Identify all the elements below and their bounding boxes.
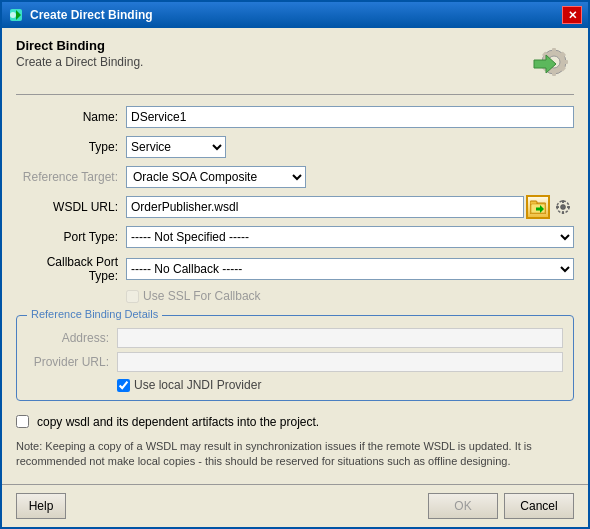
use-local-jndi-label: Use local JNDI Provider	[134, 378, 261, 392]
callback-port-type-row: Callback Port Type: ----- No Callback --…	[16, 255, 574, 283]
wsdl-url-label: WSDL URL:	[16, 200, 126, 214]
cancel-button[interactable]: Cancel	[504, 493, 574, 519]
svg-rect-5	[552, 48, 556, 53]
ok-button[interactable]: OK	[428, 493, 498, 519]
copy-wsdl-row: copy wsdl and its dependent artifacts in…	[16, 415, 574, 429]
header-subtitle: Create a Direct Binding.	[16, 55, 143, 69]
name-label: Name:	[16, 110, 126, 124]
title-bar-text: Create Direct Binding	[30, 8, 562, 22]
use-ssl-row: Use SSL For Callback	[16, 289, 574, 303]
help-button[interactable]: Help	[16, 493, 66, 519]
reference-target-label: Reference Target:	[16, 170, 126, 184]
copy-wsdl-label: copy wsdl and its dependent artifacts in…	[37, 415, 319, 429]
form-section: Name: Type: Service Reference Target: Or…	[16, 105, 574, 474]
address-row: Address:	[27, 328, 563, 348]
title-bar: Create Direct Binding ✕	[2, 2, 588, 28]
main-window: Create Direct Binding ✕ Direct Binding C…	[0, 0, 590, 529]
footer-buttons: OK Cancel	[428, 493, 574, 519]
reference-target-row: Reference Target: Oracle SOA Composite	[16, 165, 574, 189]
provider-url-label: Provider URL:	[27, 355, 117, 369]
address-label: Address:	[27, 331, 117, 345]
title-bar-icon	[8, 7, 24, 23]
footer: Help OK Cancel	[2, 484, 588, 527]
use-local-jndi-row: Use local JNDI Provider	[27, 378, 563, 392]
port-type-label: Port Type:	[16, 230, 126, 244]
wsdl-input-wrapper	[126, 195, 574, 219]
wsdl-settings-button[interactable]	[552, 196, 574, 218]
copy-wsdl-checkbox[interactable]	[16, 415, 29, 428]
wsdl-url-input[interactable]	[126, 196, 524, 218]
provider-url-input[interactable]	[117, 352, 563, 372]
wsdl-browse-button[interactable]	[526, 195, 550, 219]
callback-port-type-select[interactable]: ----- No Callback -----	[126, 258, 574, 280]
wsdl-url-row: WSDL URL:	[16, 195, 574, 219]
content-area: Direct Binding Create a Direct Binding.	[2, 28, 588, 484]
type-label: Type:	[16, 140, 126, 154]
use-local-jndi-checkbox[interactable]	[117, 379, 130, 392]
close-button[interactable]: ✕	[562, 6, 582, 24]
gear-icon	[555, 199, 571, 215]
type-row: Type: Service	[16, 135, 574, 159]
provider-url-row: Provider URL:	[27, 352, 563, 372]
svg-rect-20	[562, 200, 564, 203]
svg-point-18	[561, 205, 566, 210]
address-input[interactable]	[117, 328, 563, 348]
header-icon	[526, 38, 574, 86]
note-text: Note: Keeping a copy of a WSDL may resul…	[16, 439, 574, 470]
header-text: Direct Binding Create a Direct Binding.	[16, 38, 143, 69]
svg-rect-21	[562, 211, 564, 214]
svg-rect-23	[567, 206, 570, 208]
reference-target-select[interactable]: Oracle SOA Composite	[126, 166, 306, 188]
type-select-wrapper: Service	[126, 136, 226, 158]
port-type-row: Port Type: ----- Not Specified -----	[16, 225, 574, 249]
use-ssl-checkbox	[126, 290, 139, 303]
reference-binding-section: Reference Binding Details Address: Provi…	[16, 315, 574, 401]
name-input[interactable]	[126, 106, 574, 128]
folder-icon	[530, 200, 546, 214]
svg-point-2	[10, 12, 16, 18]
svg-rect-6	[552, 71, 556, 76]
port-type-select[interactable]: ----- Not Specified -----	[126, 226, 574, 248]
reference-binding-title: Reference Binding Details	[27, 308, 162, 320]
svg-rect-8	[563, 60, 568, 64]
svg-rect-22	[556, 206, 559, 208]
header-title: Direct Binding	[16, 38, 143, 53]
type-select[interactable]: Service	[126, 136, 226, 158]
use-ssl-label: Use SSL For Callback	[143, 289, 261, 303]
callback-port-type-label: Callback Port Type:	[16, 255, 126, 283]
name-row: Name:	[16, 105, 574, 129]
header-section: Direct Binding Create a Direct Binding.	[16, 38, 574, 95]
